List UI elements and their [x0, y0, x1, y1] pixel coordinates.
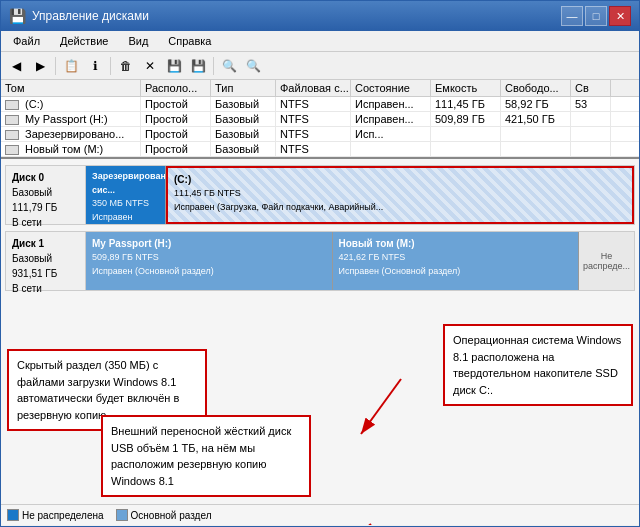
- tooltip-right: Операционная система Windows 8.1 располо…: [443, 324, 633, 406]
- tooltip-right-text: Операционная система Windows 8.1 располо…: [453, 334, 621, 396]
- tooltip-bottom-text: Внешний переносной жёсткий диск USB объё…: [111, 425, 291, 487]
- legend-label-1: Основной раздел: [131, 510, 212, 521]
- th-size: Емкость: [431, 80, 501, 96]
- row3-location: Простой: [141, 142, 211, 156]
- unalloc-label: Не распреде...: [579, 251, 634, 271]
- row2-sv: [571, 127, 611, 141]
- row3-fs: NTFS: [276, 142, 351, 156]
- row3-name: Новый том (М:): [1, 142, 141, 156]
- c-name: (C:): [174, 172, 626, 187]
- disk0-type: Базовый: [12, 185, 79, 200]
- toolbar-sep2: [110, 57, 111, 75]
- passport-status: Исправен (Основной раздел): [92, 265, 326, 279]
- window-icon: 💾: [9, 8, 26, 24]
- new-name: Новый том (M:): [339, 236, 573, 251]
- window-frame: 💾 Управление дисками — □ ✕ Файл Действие…: [0, 0, 640, 527]
- reserved-size: 350 МБ NTFS: [92, 197, 159, 211]
- passport-size: 509,89 ГБ NTFS: [92, 251, 326, 265]
- toolbar-btn-1[interactable]: 📋: [60, 55, 82, 77]
- close-button[interactable]: ✕: [609, 6, 631, 26]
- row2-type: Базовый: [211, 127, 276, 141]
- c-status: Исправен (Загрузка, Файл подкачки, Авари…: [174, 201, 626, 215]
- minimize-button[interactable]: —: [561, 6, 583, 26]
- legend-label-0: Не распределена: [22, 510, 104, 521]
- tooltip-left-text: Скрытый раздел (350 МБ) с файлами загруз…: [17, 359, 179, 421]
- toolbar-btn-4[interactable]: ✕: [139, 55, 161, 77]
- th-free: Свободо...: [501, 80, 571, 96]
- row2-fs: NTFS: [276, 127, 351, 141]
- menu-action[interactable]: Действие: [52, 33, 116, 49]
- th-name: Том: [1, 80, 141, 96]
- row0-fs: NTFS: [276, 97, 351, 111]
- legend-item-1: Основной раздел: [116, 509, 212, 521]
- menu-view[interactable]: Вид: [120, 33, 156, 49]
- toolbar-btn-8[interactable]: 🔍: [242, 55, 264, 77]
- disk1-status: В сети: [12, 281, 79, 296]
- disk1-label: Диск 1 Базовый 931,51 ГБ В сети: [6, 232, 86, 290]
- toolbar-btn-2[interactable]: ℹ: [84, 55, 106, 77]
- row1-size: 509,89 ГБ: [431, 112, 501, 126]
- row1-status: Исправен...: [351, 112, 431, 126]
- partition-unalloc: Не распреде...: [579, 232, 634, 290]
- row1-name: My Passport (H:): [1, 112, 141, 126]
- partition-c[interactable]: (C:) 111,45 ГБ NTFS Исправен (Загрузка, …: [166, 166, 634, 224]
- window-title: Управление дисками: [32, 9, 149, 23]
- table-area: Том Располо... Тип Файловая с... Состоян…: [1, 80, 639, 159]
- table-scroll[interactable]: Том Располо... Тип Файловая с... Состоян…: [1, 80, 639, 157]
- row3-status: [351, 142, 431, 156]
- legend-box-1: [116, 509, 128, 521]
- table-row[interactable]: My Passport (H:) Простой Базовый NTFS Ис…: [1, 112, 639, 127]
- row2-free: [501, 127, 571, 141]
- legend-item-0: Не распределена: [7, 509, 104, 521]
- toolbar-btn-3[interactable]: 🗑: [115, 55, 137, 77]
- row0-size: 111,45 ГБ: [431, 97, 501, 111]
- th-sv: Св: [571, 80, 611, 96]
- row1-location: Простой: [141, 112, 211, 126]
- partition-new[interactable]: Новый том (M:) 421,62 ГБ NTFS Исправен (…: [333, 232, 580, 290]
- row3-type: Базовый: [211, 142, 276, 156]
- disk1-partitions: My Passport (H:) 509,89 ГБ NTFS Исправен…: [86, 232, 634, 290]
- toolbar: ◀ ▶ 📋 ℹ 🗑 ✕ 💾 💾 🔍 🔍: [1, 52, 639, 80]
- maximize-button[interactable]: □: [585, 6, 607, 26]
- row2-status: Исп...: [351, 127, 431, 141]
- row3-size: [431, 142, 501, 156]
- new-status: Исправен (Основной раздел): [339, 265, 573, 279]
- toolbar-btn-6[interactable]: 💾: [187, 55, 209, 77]
- disk1-name: Диск 1: [12, 236, 79, 251]
- menu-bar: Файл Действие Вид Справка: [1, 31, 639, 52]
- row0-free: 58,92 ГБ: [501, 97, 571, 111]
- row0-location: Простой: [141, 97, 211, 111]
- table-row[interactable]: Зарезервировано... Простой Базовый NTFS …: [1, 127, 639, 142]
- table-row[interactable]: Новый том (М:) Простой Базовый NTFS: [1, 142, 639, 157]
- row1-fs: NTFS: [276, 112, 351, 126]
- reserved-status: Исправен (Система, А...: [92, 211, 159, 225]
- disk0-status: В сети: [12, 215, 79, 230]
- disk0-row: Диск 0 Базовый 111,79 ГБ В сети Зарезерв…: [5, 165, 635, 225]
- disk1-row: Диск 1 Базовый 931,51 ГБ В сети My Passp…: [5, 231, 635, 291]
- table-row[interactable]: (C:) Простой Базовый NTFS Исправен... 11…: [1, 97, 639, 112]
- partition-reserved[interactable]: Зарезервировано сис... 350 МБ NTFS Испра…: [86, 166, 166, 224]
- disk0-name: Диск 0: [12, 170, 79, 185]
- row1-sv: [571, 112, 611, 126]
- legend-area: Не распределена Основной раздел: [1, 504, 639, 525]
- main-content: Том Располо... Тип Файловая с... Состоян…: [1, 80, 639, 525]
- th-fs: Файловая с...: [276, 80, 351, 96]
- menu-file[interactable]: Файл: [5, 33, 48, 49]
- back-button[interactable]: ◀: [5, 55, 27, 77]
- c-size: 111,45 ГБ NTFS: [174, 187, 626, 201]
- row2-size: [431, 127, 501, 141]
- forward-button[interactable]: ▶: [29, 55, 51, 77]
- tooltip-bottom: Внешний переносной жёсткий диск USB объё…: [101, 415, 311, 497]
- table-header: Том Располо... Тип Файловая с... Состоян…: [1, 80, 639, 97]
- toolbar-btn-5[interactable]: 💾: [163, 55, 185, 77]
- legend-box-0: [7, 509, 19, 521]
- toolbar-btn-7[interactable]: 🔍: [218, 55, 240, 77]
- disk-area[interactable]: Диск 0 Базовый 111,79 ГБ В сети Зарезерв…: [1, 159, 639, 525]
- toolbar-sep1: [55, 57, 56, 75]
- th-location: Располо...: [141, 80, 211, 96]
- row0-status: Исправен...: [351, 97, 431, 111]
- row0-type: Базовый: [211, 97, 276, 111]
- row0-sv: 53: [571, 97, 611, 111]
- partition-passport[interactable]: My Passport (H:) 509,89 ГБ NTFS Исправен…: [86, 232, 333, 290]
- menu-help[interactable]: Справка: [160, 33, 219, 49]
